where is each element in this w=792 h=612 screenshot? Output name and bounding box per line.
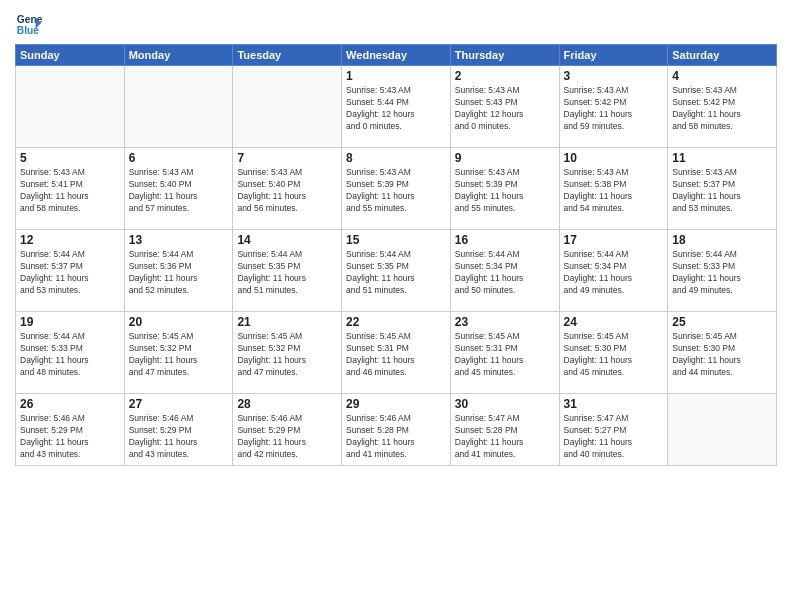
calendar-cell: 22Sunrise: 5:45 AM Sunset: 5:31 PM Dayli… — [342, 312, 451, 394]
day-info: Sunrise: 5:43 AM Sunset: 5:40 PM Dayligh… — [237, 167, 337, 215]
main-container: General Blue SundayMondayTuesdayWednesda… — [0, 0, 792, 474]
day-info: Sunrise: 5:45 AM Sunset: 5:30 PM Dayligh… — [564, 331, 664, 379]
calendar-cell: 4Sunrise: 5:43 AM Sunset: 5:42 PM Daylig… — [668, 66, 777, 148]
day-info: Sunrise: 5:44 AM Sunset: 5:33 PM Dayligh… — [672, 249, 772, 297]
day-number: 18 — [672, 233, 772, 247]
day-number: 17 — [564, 233, 664, 247]
day-number: 1 — [346, 69, 446, 83]
calendar-cell: 29Sunrise: 5:46 AM Sunset: 5:28 PM Dayli… — [342, 394, 451, 466]
calendar-cell: 8Sunrise: 5:43 AM Sunset: 5:39 PM Daylig… — [342, 148, 451, 230]
day-info: Sunrise: 5:44 AM Sunset: 5:35 PM Dayligh… — [237, 249, 337, 297]
weekday-header-friday: Friday — [559, 45, 668, 66]
calendar-cell: 11Sunrise: 5:43 AM Sunset: 5:37 PM Dayli… — [668, 148, 777, 230]
calendar-cell: 24Sunrise: 5:45 AM Sunset: 5:30 PM Dayli… — [559, 312, 668, 394]
day-info: Sunrise: 5:44 AM Sunset: 5:36 PM Dayligh… — [129, 249, 229, 297]
day-info: Sunrise: 5:46 AM Sunset: 5:28 PM Dayligh… — [346, 413, 446, 461]
calendar-cell: 18Sunrise: 5:44 AM Sunset: 5:33 PM Dayli… — [668, 230, 777, 312]
day-info: Sunrise: 5:43 AM Sunset: 5:42 PM Dayligh… — [564, 85, 664, 133]
day-number: 19 — [20, 315, 120, 329]
calendar-cell: 25Sunrise: 5:45 AM Sunset: 5:30 PM Dayli… — [668, 312, 777, 394]
calendar-cell: 5Sunrise: 5:43 AM Sunset: 5:41 PM Daylig… — [16, 148, 125, 230]
day-number: 3 — [564, 69, 664, 83]
day-info: Sunrise: 5:43 AM Sunset: 5:38 PM Dayligh… — [564, 167, 664, 215]
calendar-week-4: 19Sunrise: 5:44 AM Sunset: 5:33 PM Dayli… — [16, 312, 777, 394]
weekday-header-tuesday: Tuesday — [233, 45, 342, 66]
day-number: 21 — [237, 315, 337, 329]
calendar-cell: 15Sunrise: 5:44 AM Sunset: 5:35 PM Dayli… — [342, 230, 451, 312]
day-info: Sunrise: 5:47 AM Sunset: 5:27 PM Dayligh… — [564, 413, 664, 461]
day-info: Sunrise: 5:45 AM Sunset: 5:31 PM Dayligh… — [455, 331, 555, 379]
calendar-cell: 12Sunrise: 5:44 AM Sunset: 5:37 PM Dayli… — [16, 230, 125, 312]
day-number: 2 — [455, 69, 555, 83]
weekday-header-row: SundayMondayTuesdayWednesdayThursdayFrid… — [16, 45, 777, 66]
calendar-cell: 6Sunrise: 5:43 AM Sunset: 5:40 PM Daylig… — [124, 148, 233, 230]
calendar-cell: 21Sunrise: 5:45 AM Sunset: 5:32 PM Dayli… — [233, 312, 342, 394]
calendar-cell: 23Sunrise: 5:45 AM Sunset: 5:31 PM Dayli… — [450, 312, 559, 394]
day-info: Sunrise: 5:43 AM Sunset: 5:44 PM Dayligh… — [346, 85, 446, 133]
logo-icon: General Blue — [15, 10, 43, 38]
day-number: 29 — [346, 397, 446, 411]
calendar-cell: 28Sunrise: 5:46 AM Sunset: 5:29 PM Dayli… — [233, 394, 342, 466]
calendar-cell: 27Sunrise: 5:46 AM Sunset: 5:29 PM Dayli… — [124, 394, 233, 466]
day-number: 14 — [237, 233, 337, 247]
day-number: 20 — [129, 315, 229, 329]
day-info: Sunrise: 5:43 AM Sunset: 5:39 PM Dayligh… — [346, 167, 446, 215]
calendar-cell: 9Sunrise: 5:43 AM Sunset: 5:39 PM Daylig… — [450, 148, 559, 230]
day-number: 23 — [455, 315, 555, 329]
day-number: 10 — [564, 151, 664, 165]
day-info: Sunrise: 5:43 AM Sunset: 5:37 PM Dayligh… — [672, 167, 772, 215]
day-info: Sunrise: 5:43 AM Sunset: 5:39 PM Dayligh… — [455, 167, 555, 215]
weekday-header-thursday: Thursday — [450, 45, 559, 66]
day-info: Sunrise: 5:43 AM Sunset: 5:40 PM Dayligh… — [129, 167, 229, 215]
day-number: 27 — [129, 397, 229, 411]
calendar-week-5: 26Sunrise: 5:46 AM Sunset: 5:29 PM Dayli… — [16, 394, 777, 466]
calendar-cell — [16, 66, 125, 148]
calendar-cell — [233, 66, 342, 148]
calendar-cell: 10Sunrise: 5:43 AM Sunset: 5:38 PM Dayli… — [559, 148, 668, 230]
calendar-cell: 17Sunrise: 5:44 AM Sunset: 5:34 PM Dayli… — [559, 230, 668, 312]
calendar-cell: 13Sunrise: 5:44 AM Sunset: 5:36 PM Dayli… — [124, 230, 233, 312]
day-info: Sunrise: 5:44 AM Sunset: 5:34 PM Dayligh… — [564, 249, 664, 297]
day-number: 11 — [672, 151, 772, 165]
calendar-cell — [668, 394, 777, 466]
logo: General Blue — [15, 10, 43, 38]
day-number: 9 — [455, 151, 555, 165]
day-number: 13 — [129, 233, 229, 247]
day-number: 12 — [20, 233, 120, 247]
day-number: 7 — [237, 151, 337, 165]
weekday-header-monday: Monday — [124, 45, 233, 66]
calendar-cell: 1Sunrise: 5:43 AM Sunset: 5:44 PM Daylig… — [342, 66, 451, 148]
day-info: Sunrise: 5:44 AM Sunset: 5:33 PM Dayligh… — [20, 331, 120, 379]
day-number: 4 — [672, 69, 772, 83]
day-info: Sunrise: 5:46 AM Sunset: 5:29 PM Dayligh… — [20, 413, 120, 461]
day-info: Sunrise: 5:43 AM Sunset: 5:41 PM Dayligh… — [20, 167, 120, 215]
day-number: 8 — [346, 151, 446, 165]
day-info: Sunrise: 5:45 AM Sunset: 5:32 PM Dayligh… — [129, 331, 229, 379]
calendar-cell: 2Sunrise: 5:43 AM Sunset: 5:43 PM Daylig… — [450, 66, 559, 148]
day-number: 31 — [564, 397, 664, 411]
day-info: Sunrise: 5:43 AM Sunset: 5:42 PM Dayligh… — [672, 85, 772, 133]
day-info: Sunrise: 5:43 AM Sunset: 5:43 PM Dayligh… — [455, 85, 555, 133]
weekday-header-sunday: Sunday — [16, 45, 125, 66]
calendar-cell: 14Sunrise: 5:44 AM Sunset: 5:35 PM Dayli… — [233, 230, 342, 312]
calendar-cell: 26Sunrise: 5:46 AM Sunset: 5:29 PM Dayli… — [16, 394, 125, 466]
day-number: 25 — [672, 315, 772, 329]
calendar-table: SundayMondayTuesdayWednesdayThursdayFrid… — [15, 44, 777, 466]
calendar-cell: 7Sunrise: 5:43 AM Sunset: 5:40 PM Daylig… — [233, 148, 342, 230]
calendar-week-3: 12Sunrise: 5:44 AM Sunset: 5:37 PM Dayli… — [16, 230, 777, 312]
day-number: 5 — [20, 151, 120, 165]
day-number: 26 — [20, 397, 120, 411]
day-number: 16 — [455, 233, 555, 247]
day-number: 6 — [129, 151, 229, 165]
day-info: Sunrise: 5:47 AM Sunset: 5:28 PM Dayligh… — [455, 413, 555, 461]
calendar-cell — [124, 66, 233, 148]
calendar-cell: 3Sunrise: 5:43 AM Sunset: 5:42 PM Daylig… — [559, 66, 668, 148]
calendar-week-2: 5Sunrise: 5:43 AM Sunset: 5:41 PM Daylig… — [16, 148, 777, 230]
day-info: Sunrise: 5:45 AM Sunset: 5:32 PM Dayligh… — [237, 331, 337, 379]
day-number: 28 — [237, 397, 337, 411]
day-info: Sunrise: 5:45 AM Sunset: 5:30 PM Dayligh… — [672, 331, 772, 379]
calendar-cell: 31Sunrise: 5:47 AM Sunset: 5:27 PM Dayli… — [559, 394, 668, 466]
weekday-header-wednesday: Wednesday — [342, 45, 451, 66]
weekday-header-saturday: Saturday — [668, 45, 777, 66]
day-number: 24 — [564, 315, 664, 329]
